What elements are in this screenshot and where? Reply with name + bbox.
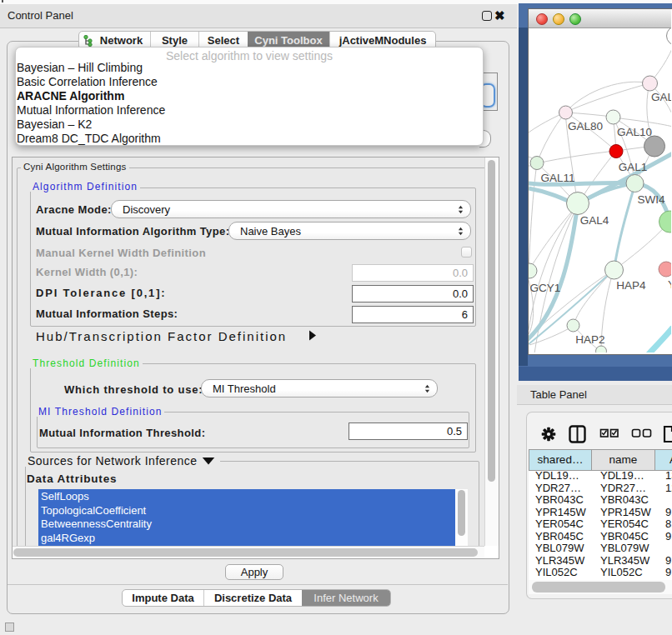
svg-text:SWI4: SWI4	[637, 193, 664, 206]
svg-text:GAL11: GAL11	[540, 172, 574, 184]
svg-text:HAP2: HAP2	[575, 333, 604, 346]
svg-text:YM: YM	[668, 278, 671, 291]
svg-text:GAL4: GAL4	[580, 214, 609, 227]
svg-text:GCY1: GCY1	[530, 282, 561, 294]
svg-text:HAP4: HAP4	[616, 279, 646, 292]
svg-text:GAL10: GAL10	[617, 126, 652, 138]
svg-text:GAL80: GAL80	[568, 120, 603, 132]
svg-text:GAL1: GAL1	[619, 161, 648, 173]
svg-text:GAL7: GAL7	[651, 91, 671, 103]
